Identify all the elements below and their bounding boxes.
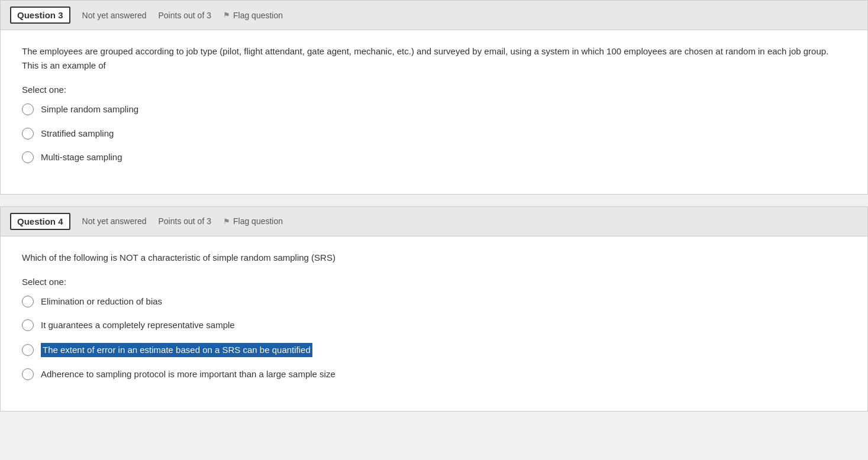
question-4-status: Not yet answered: [82, 216, 147, 226]
question-4-label: Question 4: [10, 213, 70, 230]
list-item[interactable]: It guarantees a completely representativ…: [22, 319, 846, 332]
q4-option-4-radio[interactable]: [22, 368, 34, 380]
q4-option-3-text: The extent of error in an estimate based…: [41, 343, 312, 358]
q4-option-2-radio[interactable]: [22, 319, 34, 331]
question-3-status: Not yet answered: [82, 11, 147, 20]
list-item[interactable]: Adherence to sampling protocol is more i…: [22, 368, 846, 381]
question-3-select-label: Select one:: [22, 85, 846, 95]
question-3-text: The employees are grouped according to j…: [22, 44, 846, 73]
q3-option-3-radio[interactable]: [22, 151, 34, 163]
question-4-flag-label: Flag question: [233, 216, 283, 226]
q3-option-2-text: Stratified sampling: [41, 127, 114, 141]
question-4-points: Points out of 3: [158, 216, 211, 226]
question-3-label: Question 3: [10, 7, 70, 24]
question-4-flag-link[interactable]: ⚑ Flag question: [223, 216, 283, 226]
list-item[interactable]: Stratified sampling: [22, 127, 846, 141]
q4-option-1-radio[interactable]: [22, 296, 34, 307]
question-4-select-label: Select one:: [22, 277, 846, 287]
q4-option-2-text: It guarantees a completely representativ…: [41, 319, 235, 332]
q4-option-3-radio[interactable]: [22, 344, 34, 356]
list-item[interactable]: The extent of error in an estimate based…: [22, 343, 846, 358]
q3-option-1-radio[interactable]: [22, 103, 34, 115]
question-4-text: Which of the following is NOT a characte…: [22, 251, 846, 265]
question-3-options: Simple random sampling Stratified sampli…: [22, 103, 846, 164]
question-4-options: Elimination or reduction of bias It guar…: [22, 295, 846, 381]
question-4-body: Which of the following is NOT a characte…: [1, 237, 867, 411]
q3-option-3-text: Multi-stage sampling: [41, 151, 122, 164]
question-4-header: Question 4 Not yet answered Points out o…: [1, 207, 867, 237]
q4-option-1-text: Elimination or reduction of bias: [41, 295, 162, 309]
flag-icon: ⚑: [223, 11, 230, 20]
question-3-header: Question 3 Not yet answered Points out o…: [1, 1, 867, 30]
question-3-block: Question 3 Not yet answered Points out o…: [0, 0, 868, 195]
q3-option-2-radio[interactable]: [22, 128, 34, 140]
question-4-block: Question 4 Not yet answered Points out o…: [0, 206, 868, 412]
question-3-flag-label: Flag question: [233, 11, 283, 20]
list-item[interactable]: Simple random sampling: [22, 103, 846, 116]
page-wrapper: Question 3 Not yet answered Points out o…: [0, 0, 868, 412]
q3-option-1-text: Simple random sampling: [41, 103, 138, 116]
flag-icon-q4: ⚑: [223, 217, 230, 226]
question-3-flag-link[interactable]: ⚑ Flag question: [223, 11, 283, 20]
list-item[interactable]: Multi-stage sampling: [22, 151, 846, 164]
question-3-body: The employees are grouped according to j…: [1, 30, 867, 194]
list-item[interactable]: Elimination or reduction of bias: [22, 295, 846, 309]
q4-option-4-text: Adherence to sampling protocol is more i…: [41, 368, 335, 381]
question-3-points: Points out of 3: [158, 11, 211, 20]
